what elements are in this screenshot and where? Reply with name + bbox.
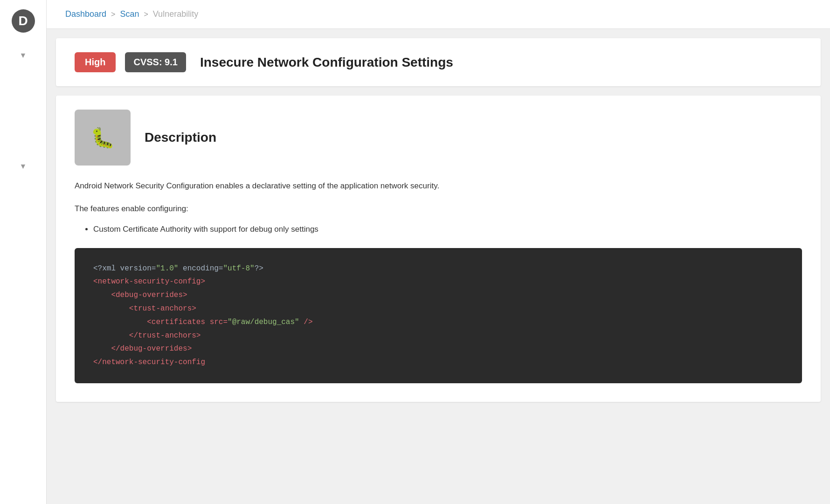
main-content: Dashboard > Scan > Vulnerability High CV…: [47, 0, 830, 504]
breadcrumb-scan[interactable]: Scan: [120, 9, 139, 19]
feature-list: Custom Certificate Authority with suppor…: [93, 223, 802, 236]
sidebar-chevron-2[interactable]: ▼: [15, 158, 32, 175]
code-line-3: <debug-overrides>: [93, 289, 783, 302]
code-line-4: <trust-anchors>: [93, 302, 783, 316]
code-line-5: <certificates src="@raw/debug_cas" />: [93, 316, 783, 329]
code-block: <?xml version="1.0" encoding="utf-8"?> <…: [75, 248, 802, 383]
description-icon-box: 🐛: [75, 110, 131, 166]
vulnerability-header-card: High CVSS: 9.1 Insecure Network Configur…: [56, 38, 821, 86]
breadcrumb-sep-1: >: [111, 10, 115, 19]
code-line-6: </trust-anchors>: [93, 329, 783, 343]
bug-icon: 🐛: [90, 126, 115, 149]
sidebar-chevron-1[interactable]: ▼: [15, 47, 32, 64]
code-line-2: <network-security-config>: [93, 275, 783, 289]
description-para-1: Android Network Security Configuration e…: [75, 180, 802, 193]
description-header: 🐛 Description: [75, 96, 802, 180]
severity-badge: High: [75, 52, 116, 72]
sidebar-logo: D: [12, 9, 35, 33]
sidebar: D ▼ ▼: [0, 0, 47, 504]
breadcrumb: Dashboard > Scan > Vulnerability: [65, 9, 811, 19]
code-line-1: <?xml version="1.0" encoding="utf-8"?>: [93, 262, 783, 276]
feature-item-1: Custom Certificate Authority with suppor…: [93, 223, 802, 236]
breadcrumb-current: Vulnerability: [153, 9, 198, 19]
cvss-badge: CVSS: 9.1: [125, 52, 186, 72]
code-line-7: </debug-overrides>: [93, 342, 783, 356]
breadcrumb-home[interactable]: Dashboard: [65, 9, 106, 19]
breadcrumb-sep-2: >: [144, 10, 148, 19]
breadcrumb-container: Dashboard > Scan > Vulnerability: [47, 0, 830, 29]
description-section: 🐛 Description Android Network Security C…: [56, 96, 821, 402]
description-para-2: The features enable configuring:: [75, 202, 802, 216]
vulnerability-title: Insecure Network Configuration Settings: [200, 55, 453, 70]
code-line-8: </network-security-config: [93, 356, 783, 369]
description-title: Description: [145, 130, 216, 145]
